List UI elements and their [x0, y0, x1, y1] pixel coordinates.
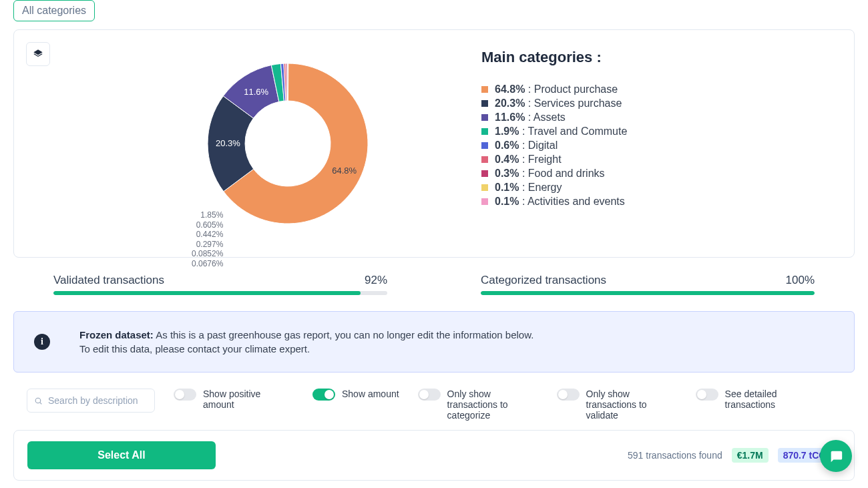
filters-row: Show positive amount Show amount Only sh…: [13, 389, 855, 421]
transactions-count: 591 transactions found: [628, 450, 722, 461]
transactions-header: Select All 591 transactions found €1.7M …: [13, 430, 855, 481]
legend-item: 20.3% : Services purchase: [481, 97, 627, 109]
categories-card: 1.85%0.605%0.442%0.297%0.0852%0.0676% 64…: [13, 29, 855, 258]
toggle-to-categorize[interactable]: Only show transactions to categorize: [418, 389, 538, 421]
chat-icon: [829, 449, 843, 463]
validated-label: Validated transactions: [53, 274, 164, 287]
legend-item: 0.6% : Digital: [481, 140, 627, 152]
search-icon: [34, 396, 43, 406]
transactions-summary: 591 transactions found €1.7M 870.7 tCO₂e: [628, 448, 841, 463]
progress-row: Validated transactions 92% Categorized t…: [13, 274, 855, 295]
toggle-to-validate[interactable]: Only show transactions to validate: [557, 389, 677, 421]
info-icon: i: [34, 334, 50, 350]
validated-progress: Validated transactions 92%: [53, 274, 387, 295]
legend: Main categories : 64.8% : Product purcha…: [481, 43, 627, 210]
svg-line-1: [40, 402, 41, 403]
categorized-label: Categorized transactions: [481, 274, 606, 287]
legend-item: 0.3% : Food and drinks: [481, 168, 627, 180]
legend-item: 0.1% : Activities and events: [481, 196, 627, 208]
toggle-positive[interactable]: Show positive amount: [174, 389, 294, 410]
donut-chart: 1.85%0.605%0.442%0.297%0.0852%0.0676% 64…: [27, 43, 388, 244]
legend-item: 1.9% : Travel and Commute: [481, 126, 627, 138]
frozen-dataset-banner: i Frozen dataset: As this is a past gree…: [13, 311, 855, 373]
toggle-detailed[interactable]: See detailed transactions: [696, 389, 816, 410]
validated-percent: 92%: [365, 274, 387, 287]
categories-filter[interactable]: All categories: [13, 0, 95, 21]
categorized-progress: Categorized transactions 100%: [481, 274, 815, 295]
amount-badge: €1.7M: [732, 448, 769, 463]
select-all-button[interactable]: Select All: [27, 441, 216, 469]
info-text: Frozen dataset: As this is a past greenh…: [79, 328, 533, 356]
search-input-wrap[interactable]: [27, 389, 155, 413]
legend-item: 0.1% : Energy: [481, 182, 627, 194]
legend-item: 64.8% : Product purchase: [481, 83, 627, 95]
categorized-percent: 100%: [786, 274, 815, 287]
toggle-amount[interactable]: Show amount: [312, 389, 399, 401]
search-input[interactable]: [47, 395, 148, 407]
svg-point-0: [35, 398, 41, 403]
chat-button[interactable]: [820, 440, 852, 472]
filter-current: All categories: [22, 5, 86, 17]
legend-item: 0.4% : Freight: [481, 154, 627, 166]
legend-item: 11.6% : Assets: [481, 111, 627, 124]
legend-title: Main categories :: [481, 49, 627, 66]
